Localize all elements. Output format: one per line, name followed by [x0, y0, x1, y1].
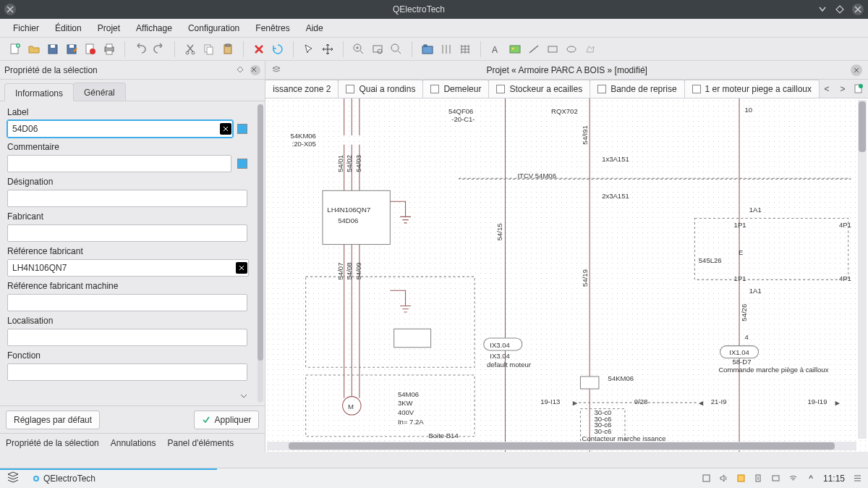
fabricant-input[interactable] [7, 224, 247, 242]
menu-fichier[interactable]: Fichier [6, 20, 46, 36]
clear-icon[interactable] [236, 262, 247, 274]
svg-rect-9 [106, 44, 112, 48]
copy-icon[interactable] [201, 41, 217, 57]
fonction-label: Fonction [7, 350, 247, 361]
svg-rect-55 [695, 218, 848, 279]
separator [174, 41, 175, 57]
localisation-input[interactable] [7, 329, 247, 346]
panel-scrollbar[interactable] [258, 104, 263, 403]
export-pdf-icon[interactable] [82, 41, 98, 57]
tab-informations[interactable]: Informations [4, 83, 74, 101]
canvas-vscrollbar[interactable] [858, 100, 867, 439]
cut-icon[interactable] [182, 41, 198, 57]
window-menu-icon[interactable] [4, 4, 16, 15]
clock[interactable]: 11:15 [823, 474, 845, 484]
designation-input[interactable] [7, 190, 247, 207]
commentaire-input[interactable] [7, 155, 231, 172]
sheet-tab[interactable]: 1 er moteur piege a cailloux [684, 80, 820, 98]
menu-projet[interactable]: Projet [90, 20, 127, 36]
new-sheet-icon[interactable] [854, 83, 865, 95]
sheet-icon [597, 85, 606, 93]
clear-icon[interactable] [220, 123, 231, 135]
menu-configuration[interactable]: Configuration [181, 20, 247, 36]
svg-point-7 [90, 49, 95, 54]
save-as-icon[interactable] [64, 41, 80, 57]
grid-icon[interactable] [457, 41, 473, 57]
bottom-tab-undo[interactable]: Annulations [111, 438, 156, 448]
ellipse-tool-icon[interactable] [563, 41, 579, 57]
maximize-icon[interactable] [835, 4, 845, 14]
project-close-icon[interactable] [851, 64, 862, 76]
sheet-tab[interactable]: Quai a rondins [338, 80, 423, 98]
image-tool-icon[interactable] [507, 41, 523, 57]
tray-battery-icon[interactable] [754, 474, 764, 484]
sheet-tab[interactable]: Demeleur [422, 80, 489, 98]
tab-general[interactable]: Général [73, 83, 126, 101]
minimize-icon[interactable] [817, 4, 827, 14]
paste-icon[interactable] [220, 41, 236, 57]
start-icon[interactable] [6, 470, 20, 487]
schematic-canvas[interactable]: LH4N106QN7 54D06 M 54QF06 [265, 98, 868, 452]
zoom-reset-icon[interactable] [388, 41, 404, 57]
label-input[interactable] [7, 120, 233, 138]
chevron-down-icon[interactable] [239, 391, 249, 401]
svg-rect-14 [207, 47, 213, 54]
line-tool-icon[interactable] [526, 41, 542, 57]
tray-expand-icon[interactable]: ^ [806, 474, 816, 484]
panel-title: Propriété de la sélection [4, 65, 231, 75]
print-icon[interactable] [101, 41, 117, 57]
select-tool-icon[interactable] [301, 41, 317, 57]
svg-text::20-X05: :20-X05 [292, 140, 316, 148]
ref-fabricant-label: Référence fabricant [7, 246, 247, 256]
ref-machine-input[interactable] [7, 294, 247, 311]
fonction-input[interactable] [7, 363, 247, 381]
grid-v-icon[interactable] [438, 41, 454, 57]
separator [124, 41, 125, 57]
menu-edition[interactable]: Édition [48, 20, 89, 36]
redo-icon[interactable] [151, 41, 167, 57]
move-tool-icon[interactable] [320, 41, 336, 57]
sheet-tab[interactable]: issance zone 2 [265, 80, 339, 98]
open-icon[interactable] [26, 41, 42, 57]
sheet-tab[interactable]: Bande de reprise [590, 80, 684, 98]
undo-icon[interactable] [132, 41, 148, 57]
delete-icon[interactable] [251, 41, 267, 57]
defaults-button[interactable]: Réglages par défaut [6, 411, 100, 429]
ref-fabricant-input[interactable] [7, 259, 249, 277]
rotate-icon[interactable] [270, 41, 286, 57]
bottom-tab-elements[interactable]: Panel d'éléments [167, 438, 234, 448]
save-icon[interactable] [45, 41, 61, 57]
panel-undock-icon[interactable] [236, 65, 246, 75]
visibility-toggle[interactable] [237, 159, 247, 169]
tray-wifi-icon[interactable] [788, 474, 799, 484]
project-icon[interactable] [420, 41, 435, 57]
menu-affichage[interactable]: Affichage [129, 20, 179, 36]
svg-text:19-I13: 19-I13 [541, 397, 561, 405]
taskbar-app[interactable]: QElectroTech [27, 471, 101, 486]
sheet-tabs: issance zone 2 Quai a rondins Demeleur S… [265, 80, 868, 98]
visibility-toggle[interactable] [237, 124, 247, 134]
bottom-tab-properties[interactable]: Propriété de la sélection [6, 438, 99, 448]
text-tool-icon[interactable]: A [488, 41, 504, 57]
new-doc-icon[interactable] [7, 41, 23, 57]
tray-clipboard-icon[interactable] [702, 474, 712, 484]
svg-rect-94 [738, 475, 744, 481]
zoom-fit-icon[interactable] [370, 41, 386, 57]
panel-close-icon[interactable] [250, 65, 260, 75]
menu-fenetres[interactable]: Fenêtres [248, 20, 297, 36]
designation-label: Désignation [7, 177, 247, 187]
menu-aide[interactable]: Aide [299, 20, 331, 36]
polygon-tool-icon[interactable] [582, 41, 598, 57]
tabs-next-icon[interactable]: > [836, 83, 849, 96]
apply-button[interactable]: Appliquer [194, 411, 260, 429]
zoom-in-icon[interactable] [351, 41, 367, 57]
tray-menu-icon[interactable] [852, 474, 862, 484]
canvas-hscrollbar[interactable] [267, 442, 856, 450]
tray-volume-icon[interactable] [719, 474, 729, 484]
rect-tool-icon[interactable] [545, 41, 561, 57]
tabs-prev-icon[interactable]: < [820, 83, 833, 96]
close-icon[interactable] [852, 4, 864, 15]
sheet-tab[interactable]: Stockeur a ecailles [488, 80, 590, 98]
tray-network-icon[interactable] [771, 474, 781, 484]
tray-update-icon[interactable] [736, 474, 746, 484]
